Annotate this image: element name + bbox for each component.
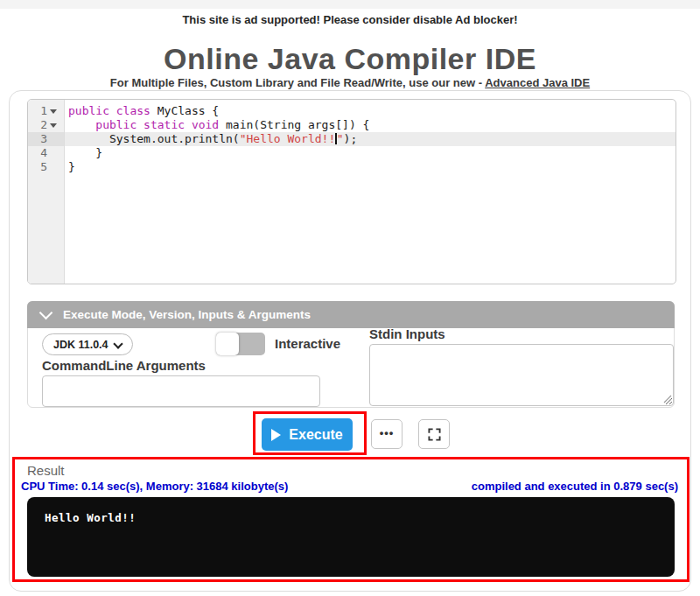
gutter-line: 4 — [28, 146, 64, 160]
stdin-inputs-label: Stdin Inputs — [369, 326, 445, 341]
code-token: main(String args[]) { — [226, 118, 369, 131]
code-token: public static void — [95, 118, 226, 131]
code-token: "Hello World!! — [240, 132, 336, 145]
result-highlight-box: Result CPU Time: 0.14 sec(s), Memory: 31… — [12, 457, 690, 582]
fullscreen-button[interactable] — [418, 419, 450, 449]
toggle-knob — [216, 333, 239, 355]
jdk-version-dropdown[interactable]: JDK 11.0.4 — [42, 333, 133, 355]
code-token: " — [337, 132, 344, 145]
execute-button-label: Execute — [289, 427, 342, 443]
line-number: 5 — [28, 160, 47, 174]
editor-gutter: 12345 — [28, 100, 65, 284]
options-panel-header[interactable]: Execute Mode, Version, Inputs & Argument… — [27, 301, 675, 328]
code-line[interactable]: } — [65, 160, 676, 174]
output-terminal[interactable]: Hello World!! — [27, 497, 675, 577]
compile-time-stats: compiled and executed in 0.879 sec(s) — [472, 480, 678, 493]
code-editor[interactable]: 12345 public class MyClass { public stat… — [27, 99, 676, 284]
play-icon — [271, 429, 281, 441]
line-number: 3 — [28, 132, 47, 146]
stdin-input[interactable] — [369, 344, 674, 406]
code-line[interactable]: System.out.println("Hello World!!"); — [65, 132, 676, 146]
fullscreen-icon — [428, 428, 441, 441]
code-line[interactable]: } — [65, 146, 676, 160]
editor-code[interactable]: public class MyClass { public static voi… — [65, 100, 676, 284]
page: This site is ad supported! Please consid… — [0, 0, 700, 596]
top-ad-strip — [0, 0, 700, 9]
jdk-version-value: JDK 11.0.4 — [53, 339, 108, 351]
code-line[interactable]: public static void main(String args[]) { — [65, 118, 676, 132]
code-token: MyClass { — [158, 104, 219, 117]
code-token: } — [68, 146, 102, 159]
chevron-down-icon — [39, 306, 53, 320]
interactive-toggle[interactable] — [216, 333, 265, 355]
result-stats: CPU Time: 0.14 sec(s), Memory: 31684 kil… — [21, 480, 678, 493]
gutter-line: 5 — [28, 160, 64, 174]
cpu-memory-stats: CPU Time: 0.14 sec(s), Memory: 31684 kil… — [21, 480, 288, 493]
commandline-arguments-label: CommandLine Arguments — [42, 358, 206, 373]
gutter-line: 1 — [28, 104, 64, 118]
line-number: 4 — [28, 146, 47, 160]
code-token: public class — [68, 104, 158, 117]
options-header-label: Execute Mode, Version, Inputs & Argument… — [63, 308, 311, 321]
line-number: 1 — [28, 104, 47, 118]
code-line[interactable]: public class MyClass { — [65, 104, 676, 118]
gutter-line: 3 — [28, 132, 64, 146]
page-title: Online Java Compiler IDE — [0, 42, 700, 76]
more-options-button[interactable]: ••• — [371, 419, 402, 449]
code-token — [68, 118, 95, 131]
chevron-down-icon — [113, 339, 122, 348]
fold-icon[interactable] — [50, 123, 57, 128]
ad-banner-text: This site is ad supported! Please consid… — [0, 13, 700, 26]
line-number: 2 — [28, 118, 47, 132]
more-options-icon: ••• — [380, 426, 395, 439]
code-token: ); — [344, 132, 358, 145]
advanced-java-ide-link[interactable]: Advanced Java IDE — [485, 76, 590, 89]
result-title: Result — [27, 463, 687, 478]
main-card: 12345 public class MyClass { public stat… — [9, 90, 691, 592]
code-token: } — [68, 160, 75, 173]
fold-icon[interactable] — [50, 109, 57, 114]
code-token: System.out.println( — [68, 132, 240, 145]
subtitle-text: For Multiple Files, Custom Library and F… — [110, 76, 482, 89]
commandline-arguments-input[interactable] — [42, 375, 320, 407]
execute-button[interactable]: Execute — [262, 418, 353, 451]
interactive-label: Interactive — [275, 336, 340, 351]
options-panel: Execute Mode, Version, Inputs & Argument… — [27, 301, 675, 408]
gutter-line: 2 — [28, 118, 64, 132]
page-subtitle: For Multiple Files, Custom Library and F… — [0, 76, 700, 89]
terminal-output: Hello World!! — [45, 511, 675, 524]
